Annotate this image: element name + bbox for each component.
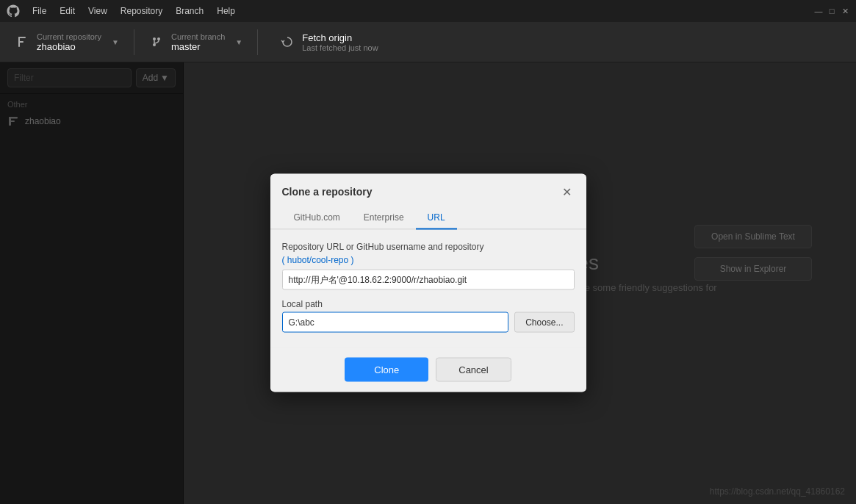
toolbar: Current repository zhaobiao ▼ Current br… [0,22,856,62]
minimize-button[interactable]: — [813,6,824,16]
modal-close-button[interactable]: ✕ [560,184,575,199]
clone-button[interactable]: Clone [345,358,428,382]
modal-tabs: GitHub.com Enterprise URL [270,206,586,230]
branch-text: Current branch master [171,32,225,52]
current-repo-section[interactable]: Current repository zhaobiao ▼ [0,22,134,62]
svg-rect-1 [18,37,26,38]
fetch-origin-section[interactable]: Fetch origin Last fetched just now [258,22,400,62]
window-controls: — □ ✕ [813,6,850,16]
current-branch-section[interactable]: Current branch master ▼ [134,22,257,62]
url-field-label: Repository URL or GitHub username and re… [282,242,575,252]
svg-point-5 [157,37,160,40]
menu-edit[interactable]: Edit [54,4,81,18]
repo-text: Current repository zhaobiao [37,32,101,52]
menu-help[interactable]: Help [211,4,241,18]
repo-icon [15,35,29,49]
tab-url[interactable]: URL [416,206,457,230]
cancel-button[interactable]: Cancel [436,358,511,382]
branch-icon [149,35,164,49]
clone-repository-modal: Clone a repository ✕ GitHub.com Enterpri… [270,174,586,392]
repo-label: Current repository [37,32,101,41]
choose-button[interactable]: Choose... [514,312,574,333]
modal-footer: Clone Cancel [270,348,586,392]
local-path-input[interactable] [282,312,509,333]
tab-enterprise[interactable]: Enterprise [352,206,416,230]
menu-branch[interactable]: Branch [170,4,209,18]
menu-file[interactable]: File [26,4,52,18]
titlebar: File Edit View Repository Branch Help — … [0,0,856,22]
repo-value: zhaobiao [37,41,101,52]
titlebar-menu: File Edit View Repository Branch Help [6,4,241,18]
url-input[interactable] [282,270,575,290]
tab-github-com[interactable]: GitHub.com [282,206,352,230]
close-button[interactable]: ✕ [840,6,850,16]
menu-repository[interactable]: Repository [115,4,168,18]
svg-rect-2 [18,41,24,43]
modal-body: Repository URL or GitHub username and re… [270,230,586,348]
branch-label: Current branch [171,32,225,41]
branch-caret-icon: ▼ [235,38,242,46]
local-path-label: Local path [282,299,575,309]
github-logo-icon [6,4,21,18]
fetch-sublabel: Last fetched just now [302,43,378,52]
fetch-text: Fetch origin Last fetched just now [302,32,378,52]
menu-view[interactable]: View [82,4,113,18]
modal-header: Clone a repository ✕ [270,174,586,206]
local-path-row: Choose... [282,312,575,333]
url-field-hint: ( hubot/cool-repo ) [282,255,575,265]
svg-point-4 [153,43,156,46]
fetch-label: Fetch origin [302,32,378,43]
fetch-icon [280,35,295,49]
branch-value: master [171,41,225,52]
svg-point-3 [153,37,156,40]
maximize-button[interactable]: □ [827,6,837,16]
repo-caret-icon: ▼ [112,38,119,46]
modal-title: Clone a repository [282,186,373,198]
